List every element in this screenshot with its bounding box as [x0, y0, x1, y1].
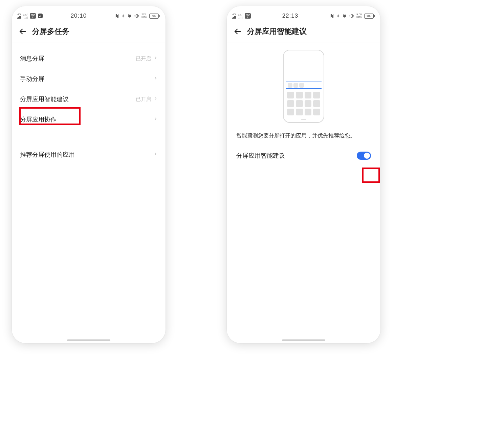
row-smart-suggest-toggle: 分屏应用智能建议: [227, 143, 380, 168]
hd-icon: HD2: [245, 13, 251, 19]
chevron-right-icon: [154, 151, 157, 158]
network-speed: 9.00 KB/s: [356, 13, 362, 19]
alarm-icon: [127, 14, 132, 18]
feature-description: 智能预测您要分屏打开的应用，并优先推荐给您。: [227, 127, 380, 143]
page-header: 分屏应用智能建议: [227, 24, 380, 43]
phone-left: 4G 4G+ HD2 20:10: [12, 6, 166, 343]
row-recommended-apps[interactable]: 推荐分屏使用的应用: [12, 145, 166, 165]
row-status: 已开启: [136, 96, 151, 103]
back-arrow-icon[interactable]: [18, 27, 27, 36]
vibrate-icon: [349, 14, 354, 18]
battery-icon: 100: [364, 14, 375, 19]
svg-rect-4: [351, 14, 353, 17]
row-label: 分屏应用智能建议: [20, 95, 69, 103]
smart-suggest-toggle[interactable]: [357, 152, 371, 160]
battery-icon: 96: [149, 14, 160, 19]
svg-point-0: [128, 15, 131, 18]
nfc-icon: [115, 14, 119, 18]
checkmark-icon: [38, 14, 43, 18]
settings-list: 消息分屏 已开启 手动分屏 分屏应用智能建议: [12, 43, 166, 165]
network-speed: 275 KB/s: [141, 13, 147, 19]
row-label: 消息分屏: [20, 54, 44, 63]
nfc-icon: [330, 14, 334, 18]
signal-1-icon: 4G: [17, 13, 21, 19]
vibrate-icon: [134, 14, 139, 18]
svg-rect-1: [136, 14, 138, 17]
chevron-right-icon: [154, 75, 157, 83]
clock-text: 22:13: [282, 13, 299, 19]
toggle-label: 分屏应用智能建议: [236, 152, 285, 160]
page-header: 分屏多任务: [12, 24, 166, 43]
row-status: 已开启: [136, 56, 151, 62]
page-title: 分屏多任务: [32, 26, 69, 37]
clock-text: 20:10: [71, 13, 87, 19]
home-indicator: [67, 339, 110, 341]
home-indicator: [282, 339, 325, 341]
phone-right: 4G 4G+ HD2 22:13: [227, 6, 380, 343]
chevron-right-icon: [154, 116, 157, 123]
row-label: 手动分屏: [20, 75, 44, 83]
page-title: 分屏应用智能建议: [247, 26, 307, 37]
svg-point-3: [343, 15, 346, 18]
row-label: 分屏应用协作: [20, 115, 57, 124]
status-bar: 4G 4G+ HD2 22:13: [227, 6, 380, 24]
signal-2-icon: 4G+: [23, 13, 28, 19]
bluetooth-icon: [336, 14, 340, 18]
row-label: 推荐分屏使用的应用: [20, 151, 75, 159]
hd-icon: HD2: [30, 13, 36, 19]
chevron-right-icon: [154, 55, 157, 62]
status-bar: 4G 4G+ HD2 20:10: [12, 6, 166, 24]
row-smart-suggest[interactable]: 分屏应用智能建议 已开启: [12, 89, 166, 109]
chevron-right-icon: [154, 95, 157, 103]
row-app-collab[interactable]: 分屏应用协作: [12, 109, 166, 130]
row-message-split[interactable]: 消息分屏 已开启: [12, 48, 166, 69]
illustration: [227, 43, 380, 127]
row-manual-split[interactable]: 手动分屏: [12, 69, 166, 89]
signal-2-icon: 4G+: [238, 13, 243, 19]
back-arrow-icon[interactable]: [233, 27, 242, 36]
alarm-icon: [342, 14, 347, 18]
bluetooth-icon: [122, 14, 125, 18]
signal-1-icon: 4G: [232, 13, 236, 19]
